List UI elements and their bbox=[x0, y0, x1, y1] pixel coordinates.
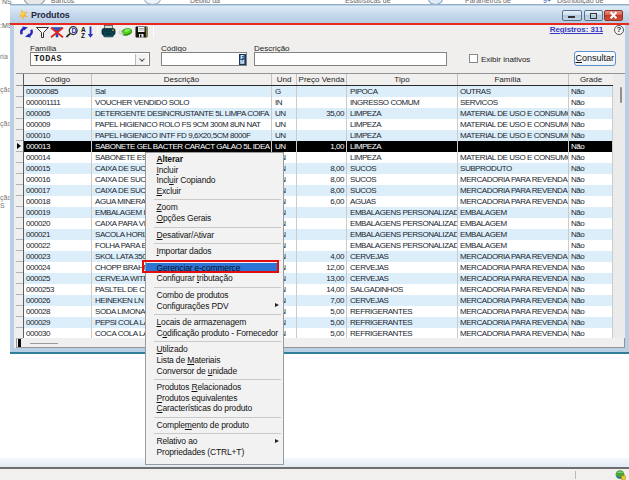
svg-text:Z: Z bbox=[81, 31, 85, 37]
svg-text:D: D bbox=[71, 27, 76, 34]
